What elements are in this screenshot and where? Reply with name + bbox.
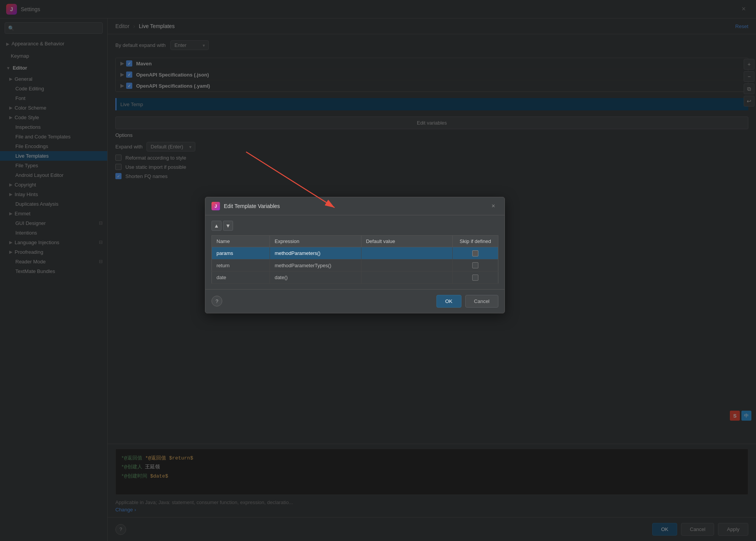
cell-name-date: date [212, 271, 270, 284]
modal-icon: J [211, 202, 220, 210]
settings-window: J Settings × 🔍 ▶ Appearance & Behavior K… [0, 0, 756, 541]
skip-checkbox-date[interactable] [472, 275, 478, 281]
reorder-down-button[interactable]: ▼ [223, 221, 233, 231]
col-header-name: Name [212, 236, 270, 247]
cell-skip-date[interactable] [453, 271, 498, 284]
skip-checkbox-params[interactable] [472, 250, 478, 256]
modal-help-button[interactable]: ? [211, 296, 222, 306]
modal-footer: ? OK Cancel [205, 289, 505, 313]
modal-cancel-button[interactable]: Cancel [465, 295, 498, 308]
modal-ok-button[interactable]: OK [436, 295, 461, 308]
cell-skip-return[interactable] [453, 259, 498, 271]
table-row-params[interactable]: params methodParameters() [212, 247, 498, 260]
col-header-default: Default value [361, 236, 453, 247]
reorder-buttons: ▲ ▼ [211, 221, 498, 231]
cell-expression-date[interactable]: date() [270, 271, 361, 284]
cell-expression-return[interactable]: methodParameterTypes() [270, 259, 361, 271]
col-header-skip: Skip if defined [453, 236, 498, 247]
cell-name-params: params [212, 247, 270, 260]
modal-overlay: J Edit Template Variables × ▲ ▼ Name Exp… [0, 0, 756, 541]
table-row-date[interactable]: date date() [212, 271, 498, 284]
cell-default-date [361, 271, 453, 284]
skip-checkbox-return[interactable] [472, 262, 478, 268]
cell-expression-params[interactable]: methodParameters() [270, 247, 361, 260]
table-row-return[interactable]: return methodParameterTypes() [212, 259, 498, 271]
cell-default-params [361, 247, 453, 260]
variable-table: Name Expression Default value Skip if de… [211, 235, 498, 284]
modal-title-bar: J Edit Template Variables × [205, 197, 505, 215]
modal-close-button[interactable]: × [488, 201, 498, 211]
reorder-up-button[interactable]: ▲ [211, 221, 221, 231]
col-header-expression: Expression [270, 236, 361, 247]
edit-template-variables-modal: J Edit Template Variables × ▲ ▼ Name Exp… [205, 197, 505, 313]
modal-body: ▲ ▼ Name Expression Default value Skip i… [205, 215, 505, 289]
cell-name-return: return [212, 259, 270, 271]
modal-title: Edit Template Variables [224, 203, 488, 209]
cell-default-return [361, 259, 453, 271]
cell-skip-params[interactable] [453, 247, 498, 260]
